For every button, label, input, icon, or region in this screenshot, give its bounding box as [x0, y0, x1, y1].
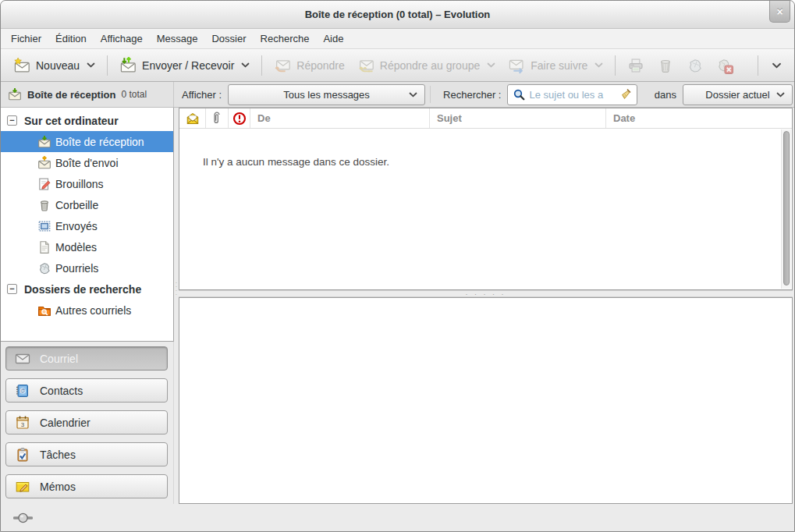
main-area: − Sur cet ordinateur Boîte de réception …: [1, 108, 794, 504]
inbox-icon: [8, 87, 22, 101]
inbox-icon: [37, 135, 51, 149]
empty-folder-message: Il n'y a aucun message dans ce dossier.: [203, 156, 389, 168]
tree-group-on-this-computer[interactable]: − Sur cet ordinateur: [1, 110, 173, 131]
templates-icon: [37, 240, 51, 254]
junk-icon: [37, 261, 51, 275]
chevron-down-icon: [241, 62, 250, 68]
collapse-expander-icon[interactable]: −: [7, 115, 17, 126]
search-folder-icon: [37, 303, 51, 317]
reply-icon: [274, 57, 291, 74]
column-date[interactable]: Date: [606, 108, 792, 128]
switcher-contacts[interactable]: @ Contacts: [5, 378, 168, 403]
switcher-tasks[interactable]: Tâches: [5, 442, 168, 466]
column-from[interactable]: De: [250, 108, 430, 128]
collapse-expander-icon[interactable]: −: [7, 284, 17, 294]
reply-button[interactable]: Répondre: [268, 53, 351, 78]
folder-drafts[interactable]: Brouillons: [1, 173, 173, 194]
menu-aide[interactable]: Aide: [316, 30, 350, 48]
message-list-header: De Sujet Date: [179, 108, 792, 129]
folder-templates[interactable]: Modèles: [1, 236, 173, 257]
filter-bar: Boîte de réception 0 total Afficher : To…: [1, 82, 794, 108]
toolbar-separator: [261, 55, 262, 76]
calendar-icon: 3: [15, 415, 30, 431]
forward-button[interactable]: Faire suivre: [502, 53, 609, 78]
folder-count: 0 total: [121, 89, 147, 100]
contacts-icon: @: [15, 383, 30, 399]
switcher-mail[interactable]: Courriel: [5, 346, 168, 371]
chevron-down-icon: [87, 62, 95, 68]
sent-icon: [37, 219, 51, 233]
status-bar: [1, 504, 794, 532]
column-attachment[interactable]: [206, 108, 229, 128]
not-junk-button[interactable]: [710, 53, 740, 78]
content-panes: De Sujet Date Il n'y a aucun message dan…: [179, 108, 793, 504]
message-list-scrollbar[interactable]: [781, 129, 791, 289]
menu-edition[interactable]: Édition: [48, 30, 94, 48]
clear-broom-icon[interactable]: [619, 88, 633, 101]
toolbar-overflow-button[interactable]: [764, 59, 788, 73]
current-folder-name: Boîte de réception: [27, 89, 115, 101]
print-icon: [627, 57, 644, 74]
search-label: Rechercher :: [443, 89, 501, 101]
search-icon[interactable]: [513, 88, 526, 101]
svg-text:3: 3: [21, 420, 25, 427]
menu-message[interactable]: Message: [150, 30, 205, 48]
svg-text:@: @: [20, 388, 26, 393]
folder-inbox[interactable]: Boîte de réception: [1, 131, 173, 152]
reply-all-button[interactable]: Répondre au groupe: [351, 53, 502, 78]
print-button[interactable]: [621, 53, 651, 78]
window-title: Boîte de réception (0 total) – Evolution: [305, 9, 491, 20]
menu-bar: Fichier Édition Affichage Message Dossie…: [1, 29, 794, 49]
not-junk-icon: [716, 57, 733, 74]
outbox-icon: [37, 156, 51, 170]
memos-icon: [15, 479, 30, 495]
junk-icon: [687, 57, 704, 74]
menu-dossier[interactable]: Dossier: [204, 30, 253, 48]
new-button[interactable]: Nouveau: [7, 53, 101, 78]
folder-junk[interactable]: Pourriels: [1, 257, 173, 278]
current-folder-indicator: Boîte de réception 0 total: [1, 82, 174, 107]
filterbar-separator: [430, 86, 431, 103]
message-filter-dropdown[interactable]: Tous les messages: [228, 84, 425, 105]
message-list: De Sujet Date Il n'y a aucun message dan…: [179, 108, 793, 290]
preview-pane[interactable]: [179, 297, 793, 504]
priority-icon: [232, 112, 247, 126]
column-read-status[interactable]: [179, 108, 206, 128]
toolbar-separator: [758, 55, 758, 76]
folder-other-mail[interactable]: Autres courriels: [1, 300, 173, 321]
trash-icon: [37, 198, 51, 212]
scrollbar-thumb[interactable]: [783, 131, 790, 286]
chevron-down-icon: [409, 92, 417, 98]
folder-sent[interactable]: Envoyés: [1, 215, 173, 236]
switcher-calendar[interactable]: 3 Calendrier: [5, 410, 168, 434]
folder-outbox[interactable]: Boîte d'envoi: [1, 152, 173, 173]
trash-button[interactable]: [651, 53, 680, 78]
view-switcher: Courriel @ Contacts 3 Calendrier Tâches: [1, 342, 174, 504]
tree-group-search-folders[interactable]: − Dossiers de recherche: [1, 278, 173, 300]
search-box[interactable]: [507, 84, 637, 105]
junk-button[interactable]: [680, 53, 710, 78]
trash-icon: [657, 57, 674, 74]
column-subject[interactable]: Sujet: [430, 108, 606, 128]
read-status-icon: [186, 112, 200, 126]
folder-trash[interactable]: Corbeille: [1, 194, 173, 215]
toolbar-separator: [107, 55, 108, 76]
new-mail-icon: [13, 57, 30, 74]
close-button[interactable]: ×: [769, 1, 790, 23]
preview-splitter-handle[interactable]: · · · · ·: [179, 290, 793, 297]
drafts-icon: [37, 177, 51, 191]
chevron-down-icon: [487, 62, 495, 68]
titlebar[interactable]: Boîte de réception (0 total) – Evolution…: [1, 1, 794, 29]
menu-recherche[interactable]: Recherche: [254, 30, 317, 48]
menu-fichier[interactable]: Fichier: [4, 30, 48, 48]
search-scope-dropdown[interactable]: Dossier actuel: [683, 84, 793, 105]
reply-all-icon: [357, 57, 374, 74]
menu-affichage[interactable]: Affichage: [94, 30, 150, 48]
online-status-icon[interactable]: [13, 512, 34, 524]
attachment-icon: [210, 112, 224, 126]
send-receive-button[interactable]: Envoyer / Recevoir: [113, 53, 256, 78]
evolution-window: Boîte de réception (0 total) – Evolution…: [0, 0, 795, 532]
switcher-memos[interactable]: Mémos: [5, 474, 168, 498]
column-priority[interactable]: [229, 108, 250, 128]
search-input[interactable]: [529, 89, 616, 101]
